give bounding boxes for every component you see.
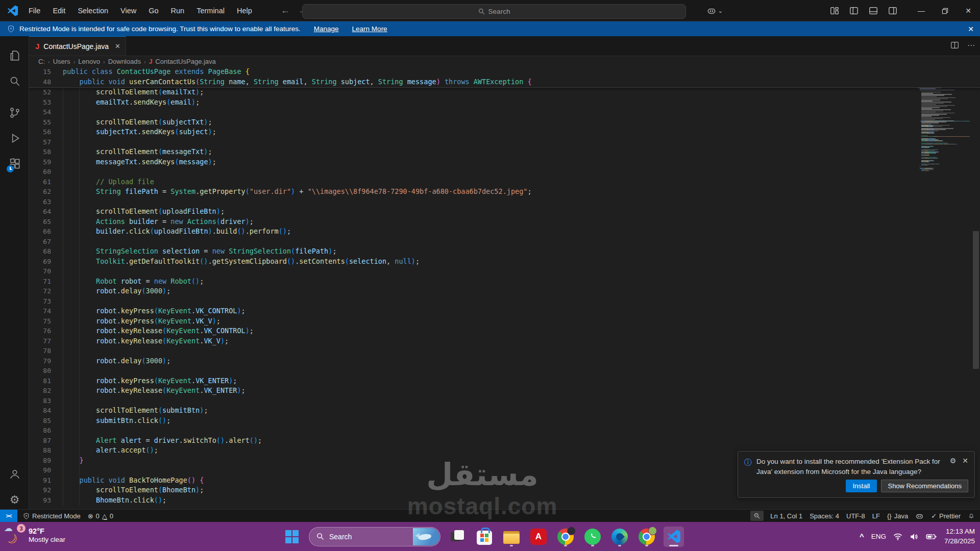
breadcrumb: C:› Users› Lenovo› Downloads› J ContactU… [29,56,980,67]
battery-charging-icon[interactable] [926,533,937,541]
breadcrumb-file[interactable]: ContactUsPage.java [155,58,216,65]
extensions-pending-badge [6,165,14,173]
indentation-status[interactable]: Spaces: 4 [806,510,843,522]
weather-widget[interactable]: ☾☁ 3 92°F Mostly clear [5,525,65,545]
code-line: 72 robot.delay(3000); [29,286,980,296]
menu-terminal[interactable]: Terminal [191,5,230,17]
encoding-status[interactable]: UTF-8 [843,510,869,522]
language-indicator[interactable]: ENG [871,533,886,540]
banner-text: Restricted Mode is intended for safe cod… [19,25,301,33]
banner-learn-more-link[interactable]: Learn More [352,25,387,33]
edge-icon[interactable] [609,527,630,547]
code-line: 74 robot.keyPress(KeyEvent.VK_CONTROL); [29,306,980,316]
source-control-icon[interactable] [0,102,29,124]
code-line: 83 [29,396,980,406]
history-back-icon[interactable]: ← [281,5,290,16]
acrobat-icon[interactable]: A [528,527,549,547]
restricted-mode-status[interactable]: Restricted Mode [19,510,84,522]
copilot-menu[interactable]: ⌄ [706,6,723,16]
install-button[interactable]: Install [846,480,877,492]
restore-button[interactable] [933,0,957,21]
chrome-icon[interactable] [555,527,576,547]
minimize-button[interactable]: — [910,0,933,21]
zoom-status-icon[interactable] [750,511,764,521]
volume-icon[interactable] [910,533,919,541]
code-line: 79 robot.delay(3000); [29,356,980,366]
toggle-secondary-sidebar-icon[interactable] [888,6,897,15]
remote-indicator[interactable]: >< [0,510,17,522]
notification-close-icon[interactable]: ✕ [962,457,968,465]
editor-tab-bar: J ContactUsPage.java ✕ ⋯ [29,36,980,56]
language-status[interactable]: {}Java [884,510,912,522]
menu-edit[interactable]: Edit [47,5,70,17]
editor-scrollbar[interactable] [973,231,979,369]
code-line: 15public class ContactUsPage extends Pag… [29,67,980,77]
notification-settings-gear-icon[interactable]: ⚙ [950,457,957,465]
breadcrumb-folder[interactable]: Downloads [108,58,141,65]
tray-chevron-icon[interactable]: ^ [860,532,864,541]
menu-go[interactable]: Go [143,5,163,17]
run-debug-icon[interactable] [0,127,29,149]
breadcrumb-drive[interactable]: C: [38,58,45,65]
code-line: 66 builder.click(uploadFileBtn).build().… [29,227,980,237]
extensions-icon[interactable] [0,153,29,175]
chrome-profile2-icon[interactable] [636,527,657,547]
breadcrumb-users[interactable]: Users [53,58,70,65]
breadcrumb-user[interactable]: Lenovo [78,58,100,65]
command-center-search[interactable]: Search [302,4,686,19]
weather-condition: Mostly clear [29,536,65,544]
more-actions-icon[interactable]: ⋯ [967,41,975,50]
menu-help[interactable]: Help [232,5,257,17]
menu-view[interactable]: View [115,5,141,17]
settings-gear-icon[interactable]: ⚙ [0,488,29,511]
taskbar-search[interactable]: Search [309,527,440,546]
wifi-icon[interactable] [893,533,902,541]
vscode-taskbar-icon[interactable] [664,527,684,547]
tab-contactuspage[interactable]: J ContactUsPage.java ✕ [29,36,126,56]
tray-date: 7/28/2025 [944,537,975,546]
show-recommendations-button[interactable]: Show Recommendations [881,480,968,492]
code-line: 86 [29,425,980,436]
bell-icon [968,512,975,519]
menu-run[interactable]: Run [166,5,190,17]
problems-status[interactable]: ⊗0 △̲0 [84,510,117,522]
menu-selection[interactable]: Selection [72,5,113,17]
windows-logo-icon [285,530,299,543]
code-editor[interactable]: 15public class ContactUsPage extends Pag… [29,67,980,509]
title-bar: File Edit Selection View Go Run Terminal… [0,0,980,21]
widget-badge: 3 [17,524,26,533]
split-editor-icon[interactable] [950,41,959,49]
code-lines: 52 scrollToElement(emailTxt);53 emailTxt… [29,87,980,506]
activity-bar: ⚙ [0,36,29,509]
start-button[interactable] [282,527,302,547]
whatsapp-icon[interactable] [582,527,603,547]
tray-clock[interactable]: 12:13 AM 7/28/2025 [944,527,975,545]
notifications-bell[interactable] [964,510,980,522]
java-file-icon: J [149,58,153,65]
copilot-status[interactable] [912,510,927,522]
explorer-icon[interactable] [0,44,29,67]
banner-close-icon[interactable]: ✕ [968,25,974,33]
task-view-button[interactable] [447,527,468,547]
prettier-status[interactable]: ✓Prettier [927,510,964,522]
tab-close-icon[interactable]: ✕ [115,42,120,50]
chrome-profile-badge [567,527,576,535]
account-icon[interactable] [0,463,29,485]
cursor-position-status[interactable]: Ln 1, Col 1 [767,510,806,522]
restricted-mode-banner: Restricted Mode is intended for safe cod… [0,21,980,36]
toggle-sidebar-icon[interactable] [849,6,859,15]
copilot-icon [706,6,717,16]
code-line: 64 scrollToElement(uploadFileBtn); [29,207,980,217]
close-window-button[interactable]: ✕ [957,0,980,21]
banner-manage-link[interactable]: Manage [314,25,339,33]
menu-file[interactable]: File [23,5,45,17]
code-line: 48 public void userCanContactUs(String n… [29,77,980,87]
search-sidebar-icon[interactable] [0,70,29,92]
code-line: 71 Robot robot = new Robot(); [29,277,980,287]
taskbar-search-placeholder: Search [329,533,352,541]
eol-status[interactable]: LF [869,510,884,522]
customize-layout-icon[interactable] [830,6,839,15]
microsoft-store-icon[interactable] [474,527,495,547]
toggle-panel-icon[interactable] [869,6,878,15]
file-explorer-icon[interactable] [501,527,522,547]
